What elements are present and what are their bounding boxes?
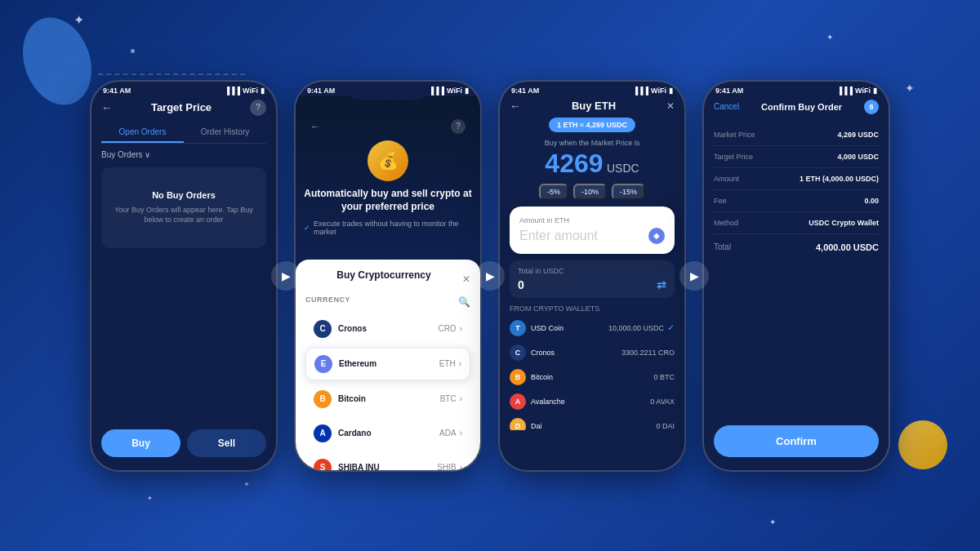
phone4-notch	[755, 82, 837, 100]
phone2-notch	[347, 82, 429, 100]
cronos-wallet-balance: 3300.2211 CRO	[621, 349, 675, 357]
crypto-cardano[interactable]: A Cardano ADA ›	[305, 418, 470, 449]
empty-text: Your Buy Orders will appear here. Tap Bu…	[111, 205, 256, 225]
big-currency: USDC	[607, 162, 639, 175]
total-value: 0	[518, 278, 524, 291]
crypto-ethereum[interactable]: E Ethereum ETH ›	[305, 348, 470, 380]
ethereum-name: Ethereum	[339, 359, 439, 368]
bitcoin-wallet-name: Bitcoin	[531, 373, 653, 381]
phone1: 9:41 AM ▐▐▐ WiFi ▮ ← Target Price ? Open…	[90, 80, 278, 472]
bitcoin-icon: B	[314, 390, 332, 408]
amount-popup: Amount in ETH Enter amount ◆	[510, 207, 675, 254]
pct-row: -5% -10% -15%	[510, 184, 675, 200]
pct-minus15[interactable]: -15%	[612, 184, 645, 200]
arrow-3: ▶	[679, 261, 709, 291]
close-icon[interactable]: ✕	[462, 273, 470, 285]
target-price-value: 4,000 USDC	[837, 153, 879, 161]
currency-label: CURRENCY	[305, 295, 350, 304]
total-label-4: Total	[714, 242, 731, 252]
wallet-usdcoin[interactable]: T USD Coin 10,000.00 USDC ✓	[510, 316, 675, 340]
confirm-button[interactable]: Confirm	[714, 425, 879, 457]
search-icon[interactable]: 🔍	[458, 296, 470, 308]
phone3-back-icon[interactable]: ←	[510, 100, 521, 113]
signal-icon-2: ▐▐▐	[429, 87, 444, 95]
amount-row: Amount 1 ETH (4,000.00 USDC)	[714, 168, 879, 190]
arrow-1: ▶	[271, 261, 301, 291]
phone2-wrapper: 9:41 AM ▐▐▐ WiFi ▮ ← ? 💰 Automatically b…	[294, 80, 482, 472]
crypto-shib[interactable]: S SHIBA INU SHIB ›	[305, 452, 470, 472]
wallet-cronos[interactable]: C Cronos 3300.2211 CRO	[510, 340, 675, 365]
pct-minus5[interactable]: -5%	[539, 184, 568, 200]
ethereum-symbol: ETH	[439, 359, 456, 368]
total-section: Total in USDC 0 ⇄	[510, 260, 675, 298]
phone3: 9:41 AM ▐▐▐ WiFi ▮ ← Buy ETH ✕ 1 ETH ≈ 4…	[498, 80, 686, 472]
bitcoin-symbol: BTC	[440, 394, 457, 403]
cronos-icon: C	[314, 320, 332, 338]
cronos-wallet-icon: C	[510, 344, 526, 361]
crypto-cronos[interactable]: C Cronos CRO ›	[305, 313, 470, 344]
wallet-dai[interactable]: D Dai 0 DAI	[510, 414, 675, 430]
phone2-sheet: Buy Cryptocurrency ✕ CURRENCY 🔍 C Cronos…	[296, 260, 480, 472]
phone2-tagline: Automatically buy and sell crypto at you…	[304, 188, 472, 213]
phone3-content: 1 ETH ≈ 4,269 USDC Buy when the Market P…	[500, 116, 684, 430]
wallets-list: T USD Coin 10,000.00 USDC ✓ C Cronos 330…	[510, 316, 675, 430]
cancel-button[interactable]: Cancel	[714, 102, 739, 111]
arrow-1-icon: ▶	[282, 269, 291, 282]
phone1-back-icon[interactable]: ←	[101, 101, 113, 114]
wifi-icon: WiFi	[243, 87, 258, 95]
phone2-status-icons: ▐▐▐ WiFi ▮	[429, 87, 469, 95]
battery-icon-2: ▮	[465, 87, 469, 95]
swap-icon[interactable]: ⇄	[657, 278, 666, 291]
target-price-label: Target Price	[714, 153, 753, 161]
phone2-help-icon[interactable]: ?	[451, 119, 466, 134]
amount-input-display[interactable]: Enter amount ◆	[519, 228, 665, 244]
phone2-subtext: ✓ Execute trades without having to monit…	[304, 220, 472, 236]
crypto-bitcoin[interactable]: B Bitcoin BTC ›	[305, 384, 470, 415]
cronos-symbol: CRO	[438, 324, 456, 333]
tab-open-orders[interactable]: Open Orders	[101, 122, 184, 143]
phone2: 9:41 AM ▐▐▐ WiFi ▮ ← ? 💰 Automatically b…	[294, 80, 482, 472]
notification-badge: 8	[864, 100, 879, 114]
market-label: Buy when the Market Price is	[510, 139, 675, 147]
wallet-bitcoin[interactable]: B Bitcoin 0 BTC	[510, 365, 675, 389]
usdcoin-icon: T	[510, 320, 526, 336]
phone2-back-icon[interactable]: ←	[310, 121, 320, 132]
total-value-row: 0 ⇄	[518, 278, 666, 291]
phone4-wrapper: 9:41 AM ▐▐▐ WiFi ▮ Cancel Confirm Buy Or…	[702, 80, 890, 472]
pct-minus10[interactable]: -10%	[573, 184, 607, 200]
ethereum-icon: E	[314, 355, 332, 373]
phone1-time: 9:41 AM	[103, 87, 131, 95]
amount-label: Amount in ETH	[519, 216, 665, 224]
market-price-row: Market Price 4,269 USDC	[714, 124, 879, 146]
usdcoin-check: ✓	[667, 322, 675, 333]
sell-button[interactable]: Sell	[187, 429, 266, 457]
fee-label: Fee	[714, 197, 727, 205]
wifi-icon-3: WiFi	[651, 87, 666, 95]
signal-icon: ▐▐▐	[225, 87, 240, 95]
phone1-help-icon[interactable]: ?	[250, 100, 266, 116]
tab-order-history[interactable]: Order History	[184, 122, 266, 143]
buy-button[interactable]: Buy	[101, 429, 180, 457]
cardano-symbol: ADA	[439, 429, 457, 438]
phones-container: 9:41 AM ▐▐▐ WiFi ▮ ← Target Price ? Open…	[0, 0, 980, 551]
total-row: Total 4,000.00 USDC	[714, 234, 879, 260]
avalanche-wallet-name: Avalanche	[531, 398, 650, 406]
arrow-2-icon: ▶	[486, 269, 495, 282]
fee-value: 0.00	[864, 197, 879, 205]
battery-icon: ▮	[261, 87, 265, 95]
phone3-close-icon[interactable]: ✕	[666, 100, 675, 112]
cardano-chevron: ›	[460, 429, 462, 438]
method-value: USDC Crypto Wallet	[808, 219, 879, 227]
cronos-chevron: ›	[460, 324, 462, 333]
amount-label-4: Amount	[714, 175, 739, 183]
phone4-title: Confirm Buy Order	[761, 102, 842, 112]
arrow-3-icon: ▶	[690, 269, 699, 282]
wallet-avalanche[interactable]: A Avalanche 0 AVAX	[510, 389, 675, 414]
phone2-hero: ← ? 💰 Automatically buy and sell crypto …	[296, 96, 480, 260]
phone1-empty-state: No Buy Orders Your Buy Orders will appea…	[101, 167, 266, 248]
battery-icon-3: ▮	[669, 87, 673, 95]
bitcoin-name: Bitcoin	[338, 394, 440, 403]
phone2-subtext-text: Execute trades without having to monitor…	[314, 220, 472, 236]
cardano-name: Cardano	[338, 429, 439, 438]
phone1-filter[interactable]: Buy Orders ∨	[91, 144, 276, 162]
